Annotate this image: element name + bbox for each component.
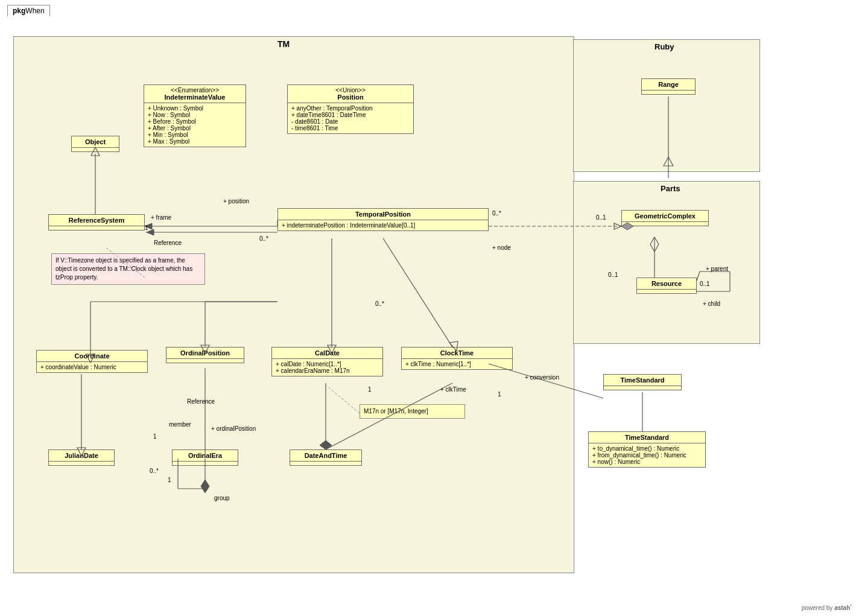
time-standard-label-class: TimeStandard (603, 374, 682, 390)
parent-label: + parent (706, 265, 728, 272)
reference-label: Reference (154, 240, 182, 246)
ruby-package (573, 39, 760, 172)
pkg-tab: pkgWhen (7, 5, 50, 16)
powered-by: powered by astah* (802, 604, 852, 611)
zero-star-label1: 0..* (259, 235, 268, 242)
pkg-name: When (25, 7, 44, 15)
position-class: <<Union>> Position + anyOther : Temporal… (287, 84, 414, 134)
powered-by-brand: astah (834, 605, 850, 611)
julian-date-body (49, 462, 114, 465)
time-standard-label-header: TimeStandard (604, 375, 681, 386)
zero-star-label4: 0..* (150, 468, 159, 474)
time-standard-header: TimeStandard (589, 432, 705, 443)
coordinate-body: + coordinateValue : Numeric (37, 362, 147, 372)
parts-package (573, 181, 760, 344)
resource-class: Resource (636, 278, 697, 294)
powered-by-text: powered by (802, 605, 834, 611)
time-standard-class: TimeStandard + to_dynamical_time() : Num… (588, 431, 706, 468)
object-class: Object (71, 136, 119, 152)
cal-date-body: + calDate : Numeric[1..*] + calendarEraN… (272, 359, 382, 376)
time-standard-label-body (604, 386, 681, 390)
ordinal-era-class: OrdinalEra (172, 449, 238, 466)
object-class-body (72, 148, 119, 151)
zero-one-label3: 0..1 (700, 281, 710, 287)
time-standard-body: + to_dynamical_time() : Numeric + from_d… (589, 443, 705, 467)
clock-time-header: ClockTime (402, 348, 512, 359)
ordinal-era-body (173, 462, 238, 465)
clock-time-body: + clkTime : Numeric[1..*] (402, 359, 512, 369)
indeterminate-value-class: <<Enumeration>> IndeterminateValue + Unk… (144, 84, 246, 147)
note-yellow: M17n or [M17n, Integer] (360, 404, 465, 419)
one-label: 1 (145, 224, 148, 231)
zero-star-label3: 0..* (375, 300, 384, 307)
reference-system-class: ReferenceSystem (48, 214, 145, 230)
clktime-label: + clkTime (440, 386, 466, 393)
coordinate-header: Coordinate (37, 351, 147, 362)
ordinal-position-header: OrdinalPosition (166, 348, 244, 359)
range-body (642, 90, 695, 94)
ordinal-era-header: OrdinalEra (173, 450, 238, 462)
reference-system-body (49, 226, 144, 230)
range-class: Range (641, 78, 696, 95)
temporal-position-body: + indeterminatePosition : IndeterminateV… (278, 220, 488, 230)
ordinal-position-class: OrdinalPosition (166, 347, 244, 363)
object-class-header: Object (72, 136, 119, 148)
julian-date-header: JulianDate (49, 450, 114, 462)
indeterminate-value-header: <<Enumeration>> IndeterminateValue (144, 85, 246, 103)
resource-body (637, 290, 696, 293)
reference-label2: Reference (187, 398, 215, 405)
position-body: + anyOther : TemporalPosition + dateTime… (288, 103, 413, 133)
clock-time-class: ClockTime + clkTime : Numeric[1..*] (401, 347, 513, 370)
note-pink: If V::Timezone object is specified as a … (51, 253, 205, 285)
zero-one-label1: 0..1 (596, 214, 606, 221)
member-label: member (169, 421, 191, 428)
reference-system-header: ReferenceSystem (49, 215, 144, 226)
ordinal-position-label: + ordinalPosition (211, 425, 256, 432)
temporal-position-class: TemporalPosition + indeterminatePosition… (277, 208, 489, 231)
date-and-time-body (290, 462, 361, 465)
geometric-complex-header: GeometricComplex (622, 211, 708, 222)
child-label: + child (703, 300, 720, 307)
date-and-time-header: DateAndTime (290, 450, 361, 462)
julian-date-class: JulianDate (48, 449, 115, 466)
date-and-time-class: DateAndTime (290, 449, 362, 466)
coordinate-class: Coordinate + coordinateValue : Numeric (36, 350, 148, 373)
ordinal-position-body (166, 359, 244, 363)
group-label: group (214, 495, 230, 501)
pkg-keyword: pkg (13, 7, 25, 15)
one-label5: 1 (168, 477, 171, 483)
parts-label: Parts (661, 184, 680, 193)
position-header: <<Union>> Position (288, 85, 413, 103)
geometric-complex-class: GeometricComplex (621, 210, 709, 226)
geometric-complex-body (622, 222, 708, 226)
temporal-position-header: TemporalPosition (278, 209, 488, 220)
range-header: Range (642, 79, 695, 90)
cal-date-header: CalDate (272, 348, 382, 359)
ruby-label: Ruby (655, 42, 674, 51)
cal-date-class: CalDate + calDate : Numeric[1..*] + cale… (271, 347, 383, 376)
zero-star-label2: 0..* (492, 210, 501, 217)
conversion-label: + conversion (525, 374, 559, 381)
one-label2: 1 (368, 386, 372, 393)
zero-one-label2: 0..1 (608, 271, 618, 278)
frame-label: + frame (151, 214, 171, 221)
tm-label: TM (277, 39, 290, 49)
node-label: + node (492, 244, 511, 251)
indeterminate-value-body: + Unknown : Symbol + Now : Symbol + Befo… (144, 103, 246, 147)
one-label3: 1 (498, 391, 501, 398)
one-label4: 1 (153, 433, 157, 440)
position-label: + position (223, 198, 249, 205)
resource-header: Resource (637, 278, 696, 290)
